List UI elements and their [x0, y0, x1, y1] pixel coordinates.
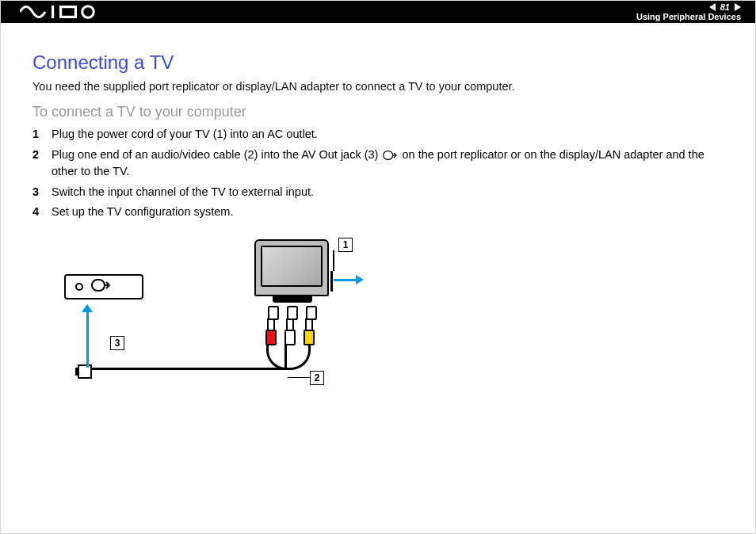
section-label: Using Peripheral Devices: [636, 13, 741, 21]
svg-point-5: [82, 6, 94, 18]
step-text: Plug the power cord of your TV (1) into …: [52, 127, 318, 143]
step-item: Switch the input channel of the TV to ex…: [32, 185, 724, 200]
next-page-icon[interactable]: [735, 3, 741, 11]
step-text: Set up the TV configuration system.: [52, 204, 233, 220]
svg-rect-6: [384, 151, 393, 159]
rca-white-icon: [284, 318, 296, 345]
steps-list: Plug the power cord of your TV (1) into …: [32, 127, 724, 220]
cable-join: [266, 344, 311, 370]
header-bar: 81 Using Peripheral Devices: [1, 1, 755, 23]
cable-main: [86, 368, 286, 370]
rca-yellow-icon: [304, 318, 315, 345]
page-number: 81: [720, 3, 730, 12]
connection-diagram: 1 2 3: [64, 233, 397, 407]
callout-1: 1: [338, 238, 353, 252]
cable-mid: [284, 344, 287, 368]
tv-icon: [254, 239, 330, 320]
power-arrow-icon: [334, 279, 356, 281]
rca-plugs: [265, 318, 315, 345]
adapter-box: [64, 274, 143, 299]
svg-rect-3: [59, 6, 62, 18]
svg-rect-2: [59, 16, 77, 18]
av-out-port-icon: [91, 279, 110, 295]
page: 81 Using Peripheral Devices Connecting a…: [0, 0, 756, 534]
step-item: Plug one end of an audio/video cable (2)…: [32, 147, 724, 180]
insert-arrow-icon: [83, 304, 91, 368]
page-title: Connecting a TV: [32, 51, 724, 74]
av-out-icon: [383, 149, 397, 165]
step-item: Set up the TV configuration system.: [32, 204, 724, 220]
intro-text: You need the supplied port replicator or…: [32, 80, 724, 93]
callout-3: 3: [110, 336, 124, 350]
page-nav: 81: [709, 3, 741, 12]
svg-rect-4: [74, 6, 77, 18]
header-right: 81 Using Peripheral Devices: [636, 3, 741, 21]
callout-2: 2: [310, 371, 324, 385]
callout-1-leader: [333, 250, 334, 271]
rca-red-icon: [265, 318, 277, 345]
svg-rect-0: [52, 6, 54, 18]
power-cable: [330, 271, 333, 292]
subtitle: To connect a TV to your computer: [32, 104, 724, 120]
step-text: Plug one end of an audio/video cable (2)…: [52, 147, 724, 180]
adapter-port-icon: [75, 283, 83, 291]
step-text: Switch the input channel of the TV to ex…: [52, 185, 314, 200]
vaio-logo: [20, 1, 96, 23]
callout-2-leader: [288, 377, 310, 379]
content: Connecting a TV You need the supplied po…: [1, 23, 755, 407]
svg-rect-7: [92, 280, 105, 291]
svg-rect-1: [59, 6, 77, 8]
prev-page-icon[interactable]: [709, 3, 716, 11]
step-item: Plug the power cord of your TV (1) into …: [32, 127, 724, 143]
